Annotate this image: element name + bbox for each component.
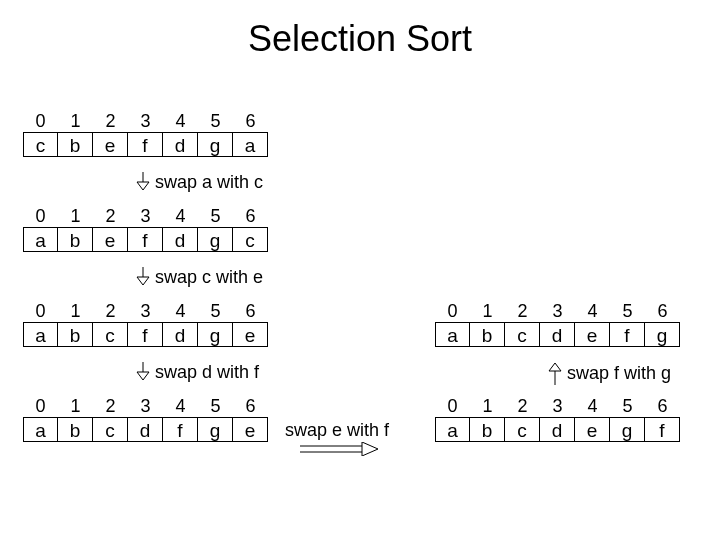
idx-cell: 2 — [93, 205, 128, 227]
down-arrow-icon — [135, 172, 151, 192]
svg-marker-5 — [137, 372, 149, 380]
swap-label-4: swap e with f — [285, 420, 389, 441]
val-cell: d — [163, 132, 198, 157]
idx-cell: 5 — [198, 110, 233, 132]
val-cell: b — [58, 227, 93, 252]
val-cell: g — [198, 322, 233, 347]
array-step-2: 0 1 2 3 4 5 6 a b c f d g e — [23, 300, 268, 347]
val-cell: f — [128, 132, 163, 157]
idx-cell: 3 — [128, 395, 163, 417]
idx-cell: 5 — [198, 300, 233, 322]
val-cell: b — [470, 322, 505, 347]
array-step-0: 0 1 2 3 4 5 6 c b e f d g a — [23, 110, 268, 157]
val-cell: c — [23, 132, 58, 157]
val-cell: e — [575, 322, 610, 347]
val-cell: g — [198, 132, 233, 157]
swap-label-2: swap c with e — [155, 267, 263, 288]
idx-cell: 2 — [93, 395, 128, 417]
idx-cell: 3 — [540, 300, 575, 322]
array-step-4: 0 1 2 3 4 5 6 a b c d e g f — [435, 395, 680, 442]
val-cell: g — [645, 322, 680, 347]
idx-cell: 6 — [645, 300, 680, 322]
svg-marker-3 — [137, 277, 149, 285]
idx-cell: 3 — [128, 110, 163, 132]
idx-cell: 2 — [505, 300, 540, 322]
svg-marker-1 — [137, 182, 149, 190]
idx-cell: 5 — [610, 300, 645, 322]
val-cell: a — [23, 227, 58, 252]
idx-cell: 4 — [575, 395, 610, 417]
array-step-5: 0 1 2 3 4 5 6 a b c d e f g — [435, 300, 680, 347]
val-cell: c — [233, 227, 268, 252]
val-cell: f — [645, 417, 680, 442]
idx-cell: 3 — [128, 300, 163, 322]
val-cell: c — [93, 417, 128, 442]
val-cell: e — [93, 132, 128, 157]
val-cell: d — [128, 417, 163, 442]
val-cell: f — [163, 417, 198, 442]
val-cell: a — [23, 417, 58, 442]
svg-marker-8 — [362, 442, 378, 456]
val-cell: f — [128, 322, 163, 347]
val-cell: d — [540, 322, 575, 347]
idx-cell: 6 — [233, 110, 268, 132]
down-arrow-icon — [135, 267, 151, 287]
idx-cell: 4 — [163, 110, 198, 132]
idx-cell: 2 — [505, 395, 540, 417]
val-cell: g — [198, 227, 233, 252]
idx-cell: 4 — [163, 395, 198, 417]
val-cell: b — [58, 417, 93, 442]
swap-label-5: swap f with g — [567, 363, 671, 384]
val-cell: a — [233, 132, 268, 157]
idx-cell: 6 — [233, 205, 268, 227]
val-cell: f — [128, 227, 163, 252]
val-cell: e — [233, 417, 268, 442]
right-arrow-icon — [300, 442, 380, 456]
idx-cell: 3 — [128, 205, 163, 227]
val-cell: e — [575, 417, 610, 442]
val-cell: g — [610, 417, 645, 442]
val-cell: b — [58, 132, 93, 157]
swap-label-1: swap a with c — [155, 172, 263, 193]
val-cell: d — [540, 417, 575, 442]
idx-cell: 5 — [610, 395, 645, 417]
swap-label-3: swap d with f — [155, 362, 259, 383]
val-cell: d — [163, 227, 198, 252]
val-cell: a — [23, 322, 58, 347]
idx-cell: 5 — [198, 395, 233, 417]
idx-cell: 0 — [23, 395, 58, 417]
idx-cell: 0 — [435, 300, 470, 322]
idx-cell: 0 — [23, 205, 58, 227]
idx-cell: 5 — [198, 205, 233, 227]
val-cell: g — [198, 417, 233, 442]
val-cell: c — [505, 322, 540, 347]
val-cell: f — [610, 322, 645, 347]
idx-cell: 1 — [470, 300, 505, 322]
idx-cell: 1 — [58, 300, 93, 322]
idx-cell: 2 — [93, 300, 128, 322]
idx-cell: 6 — [233, 395, 268, 417]
array-step-3: 0 1 2 3 4 5 6 a b c d f g e — [23, 395, 268, 442]
idx-cell: 0 — [23, 110, 58, 132]
val-cell: e — [233, 322, 268, 347]
idx-cell: 4 — [575, 300, 610, 322]
val-cell: b — [470, 417, 505, 442]
val-cell: c — [93, 322, 128, 347]
idx-cell: 0 — [23, 300, 58, 322]
idx-cell: 1 — [470, 395, 505, 417]
val-cell: a — [435, 322, 470, 347]
idx-cell: 1 — [58, 110, 93, 132]
svg-marker-9 — [549, 363, 561, 371]
idx-cell: 6 — [645, 395, 680, 417]
idx-cell: 1 — [58, 205, 93, 227]
val-cell: e — [93, 227, 128, 252]
up-arrow-icon — [547, 363, 563, 385]
val-cell: a — [435, 417, 470, 442]
val-cell: c — [505, 417, 540, 442]
down-arrow-icon — [135, 362, 151, 382]
idx-cell: 4 — [163, 300, 198, 322]
page-title: Selection Sort — [0, 0, 720, 70]
idx-cell: 4 — [163, 205, 198, 227]
array-step-1: 0 1 2 3 4 5 6 a b e f d g c — [23, 205, 268, 252]
idx-cell: 0 — [435, 395, 470, 417]
